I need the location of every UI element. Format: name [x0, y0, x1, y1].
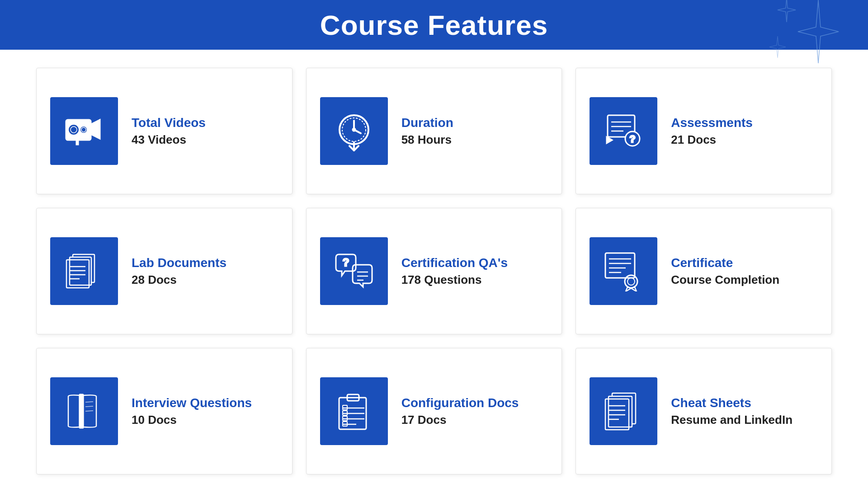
feature-text-cheat-sheets: Cheat SheetsResume and LinkedIn	[671, 396, 793, 427]
feature-title-cheat-sheets: Cheat Sheets	[671, 396, 793, 410]
svg-line-38	[85, 402, 93, 402]
document-icon	[50, 237, 118, 305]
feature-title-configuration-docs: Configuration Docs	[401, 396, 519, 410]
feature-value-certification-qas: 178 Questions	[401, 273, 508, 287]
feature-text-configuration-docs: Configuration Docs17 Docs	[401, 396, 519, 427]
feature-value-interview-questions: 10 Docs	[132, 413, 252, 427]
svg-point-2	[71, 127, 77, 133]
svg-rect-30	[605, 253, 635, 278]
svg-point-11	[353, 128, 355, 131]
qa-icon: ?	[320, 237, 388, 305]
feature-card-total-videos: Total Videos43 Videos	[36, 68, 292, 194]
book-icon	[50, 377, 118, 445]
feature-card-interview-questions: Interview Questions10 Docs	[36, 348, 292, 474]
features-grid: Total Videos43 Videos Duration58 Hours	[0, 50, 868, 488]
feature-value-total-videos: 43 Videos	[132, 133, 206, 147]
page-title: Course Features	[320, 9, 548, 41]
star-decoration	[769, 0, 841, 68]
sheets-icon	[590, 377, 657, 445]
svg-marker-6	[91, 120, 100, 139]
svg-rect-5	[76, 139, 78, 145]
feature-card-cheat-sheets: Cheat SheetsResume and LinkedIn	[576, 348, 832, 474]
feature-title-lab-documents: Lab Documents	[132, 256, 226, 270]
feature-card-certification-qas: ? Certification QA's178 Questions	[306, 208, 562, 334]
feature-value-lab-documents: 28 Docs	[132, 273, 226, 287]
feature-text-interview-questions: Interview Questions10 Docs	[132, 396, 252, 427]
feature-value-configuration-docs: 17 Docs	[401, 413, 519, 427]
clock-icon	[320, 97, 388, 165]
feature-value-assessments: 21 Docs	[671, 133, 753, 147]
feature-title-certification-qas: Certification QA's	[401, 256, 508, 270]
assessment-icon: ?	[590, 97, 657, 165]
svg-point-36	[627, 278, 635, 285]
certificate-icon	[590, 237, 657, 305]
feature-title-total-videos: Total Videos	[132, 116, 206, 130]
svg-line-40	[85, 411, 93, 411]
feature-text-certification-qas: Certification QA's178 Questions	[401, 256, 508, 287]
feature-value-duration: 58 Hours	[401, 133, 453, 147]
video-icon	[50, 97, 118, 165]
feature-title-certificate: Certificate	[671, 256, 779, 270]
feature-title-assessments: Assessments	[671, 116, 753, 130]
svg-text:?: ?	[630, 133, 636, 145]
feature-card-assessments: ? Assessments21 Docs	[576, 68, 832, 194]
feature-text-total-videos: Total Videos43 Videos	[132, 116, 206, 147]
svg-point-35	[625, 275, 637, 288]
svg-line-39	[85, 406, 93, 407]
page-header: Course Features	[0, 0, 868, 50]
svg-text:?: ?	[342, 256, 349, 268]
feature-card-certificate: CertificateCourse Completion	[576, 208, 832, 334]
feature-card-configuration-docs: Configuration Docs17 Docs	[306, 348, 562, 474]
feature-title-interview-questions: Interview Questions	[132, 396, 252, 410]
feature-value-cheat-sheets: Resume and LinkedIn	[671, 413, 793, 427]
svg-point-4	[81, 127, 86, 132]
feature-text-duration: Duration58 Hours	[401, 116, 453, 147]
feature-text-assessments: Assessments21 Docs	[671, 116, 753, 147]
feature-title-duration: Duration	[401, 116, 453, 130]
feature-value-certificate: Course Completion	[671, 273, 779, 287]
feature-card-duration: Duration58 Hours	[306, 68, 562, 194]
feature-text-lab-documents: Lab Documents28 Docs	[132, 256, 226, 287]
feature-card-lab-documents: Lab Documents28 Docs	[36, 208, 292, 334]
clipboard-icon	[320, 377, 388, 445]
feature-text-certificate: CertificateCourse Completion	[671, 256, 779, 287]
